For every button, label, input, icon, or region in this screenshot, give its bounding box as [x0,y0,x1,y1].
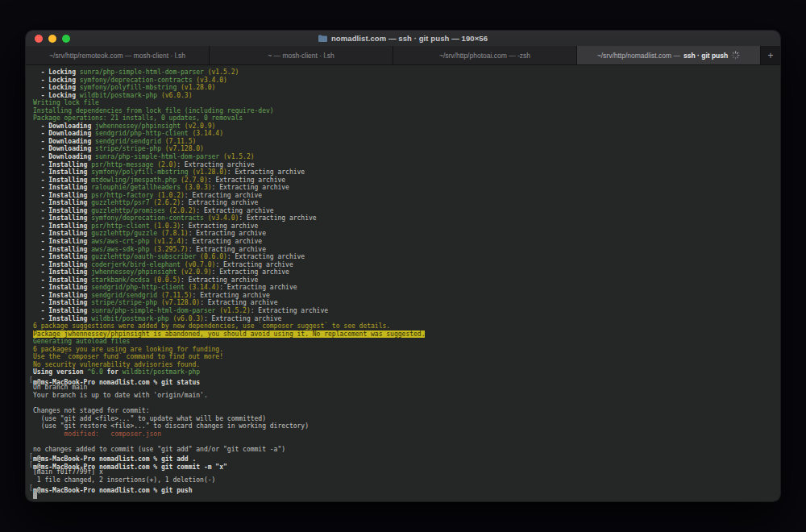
terminal-line: Changes not staged for commit: [33,407,774,415]
tab-mosh-client[interactable]: ~ — mosh-client · l.sh [210,46,393,64]
activity-spinner-icon [731,51,740,60]
terminal-line: - Installing symfony/polyfill-mbstring (… [33,168,774,177]
terminal-line: - Downloading jwhennessey/phpinsight (v2… [33,123,774,131]
terminal-line [33,400,774,408]
terminal-line: Installing dependencies from lock file (… [33,107,774,115]
terminal-output[interactable]: - Locking sunra/php-simple-html-dom-pars… [26,65,780,501]
terminal-line: - Installing aws/aws-sdk-php (3.295.7): … [33,246,774,254]
terminal-line: - Installing guzzlehttp/oauth-subscriber… [33,253,774,261]
terminal-line: - Installing guzzlehttp/guzzle (7.8.1): … [33,230,774,238]
terminal-line: - Installing aws/aws-crt-php (v1.2.4): E… [33,238,774,246]
terminal-line: - Downloading stripe/stripe-php (v7.128.… [33,145,774,153]
tab-label: ~/srv/http/photoai.com — -zsh [439,52,530,60]
terminal-line: - Installing wildbit/postmark-php (v6.0.… [33,315,774,323]
terminal-line: (use "git add <file>..." to update what … [33,415,774,423]
terminal-line: - Installing sendgrid/sendgrid (7.11.5):… [33,292,774,300]
new-tab-button[interactable]: + [761,46,780,64]
terminal-line: [m@ms-MacBook-Pro nomadlist.com % git ad… [33,453,774,461]
terminal-line: No security vulnerability advisories fou… [33,361,774,369]
tab-label-path: ~/srv/http/nomadlist.com — [597,52,680,60]
terminal-line: - Installing psr/http-factory (1.0.2): E… [33,192,774,200]
terminal-line: - Installing sendgrid/php-http-client (3… [33,284,774,292]
tab-photoai[interactable]: ~/srv/http/photoai.com — -zsh [393,46,577,64]
title-bar: nomadlist.com — ssh · git push — 190×56 [26,31,780,46]
tab-bar: ~/srv/http/remoteok.com — mosh-client · … [26,46,780,65]
terminal-window: nomadlist.com — ssh · git push — 190×56 … [26,31,780,501]
terminal-line: - Downloading sunra/php-simple-html-dom-… [33,153,774,161]
terminal-line: Your branch is up to date with 'origin/m… [33,392,774,400]
terminal-line: 6 packages you are using are looking for… [33,346,774,354]
terminal-line: Package jwhennessey/phpinsight is abando… [33,330,774,339]
terminal-line: - Installing guzzlehttp/promises (2.0.2)… [33,207,774,215]
terminal-line: [m@ms-MacBook-Pro nomadlist.com % git st… [33,376,774,384]
terminal-line: - Installing jwhennessey/phpinsight (v2.… [33,268,774,276]
tab-label: ~ — mosh-client · l.sh [268,52,334,60]
terminal-line: [m@ms-MacBook-Pro nomadlist.com % git co… [33,461,774,469]
terminal-line: - Locking symfony/polyfill-mbstring (v1.… [33,84,774,92]
terminal-line: (use "git restore <file>..." to discard … [33,422,774,430]
terminal-line: Writing lock file [33,99,774,107]
terminal-line: - Installing psr/http-message (2.0): Ext… [33,161,774,169]
terminal-line [33,438,774,446]
window-title-text: nomadlist.com — ssh · git push — 190×56 [331,34,488,43]
tab-nomadlist-active[interactable]: ~/srv/http/nomadlist.com — ssh · git pus… [577,46,761,64]
terminal-line: - Installing guzzlehttp/psr7 (2.6.2): Ex… [33,199,774,207]
terminal-line: Use the `composer fund` command to find … [33,353,774,361]
tab-label-command: ssh · git push [683,52,728,60]
terminal-line: 1 file changed, 2 insertions(+), 1 delet… [33,476,774,484]
terminal-line: Package operations: 21 installs, 0 updat… [33,114,774,123]
terminal-line: [m@ms-MacBook-Pro nomadlist.com % git pu… [33,484,774,493]
terminal-line: - Installing symfony/deprecation-contrac… [33,214,774,222]
terminal-line: Generating autoload files [33,338,774,346]
terminal-line: - Locking wildbit/postmark-php (v6.0.3) [33,92,774,100]
terminal-line: 6 package suggestions were added by new … [33,322,774,330]
terminal-line: - Installing starkbank/ecdsa (0.0.5): Ex… [33,276,774,285]
tab-remoteok[interactable]: ~/srv/http/remoteok.com — mosh-client · … [26,46,210,64]
terminal-line: - Locking sunra/php-simple-html-dom-pars… [33,69,774,77]
window-title: nomadlist.com — ssh · git push — 190×56 [26,34,780,43]
tab-label: ~/srv/http/remoteok.com — mosh-client · … [49,52,185,60]
terminal-line: - Locking symfony/deprecation-contracts … [33,77,774,85]
terminal-line: - Installing mtdowling/jmespath.php (2.7… [33,177,774,185]
cursor-block [33,493,37,500]
terminal-line: - Installing coderjerk/bird-elephant (v0… [33,261,774,269]
terminal-line: no changes added to commit (use "git add… [33,446,774,454]
folder-icon [318,35,327,42]
terminal-line: Using version ^6.0 for wildbit/postmark-… [33,368,774,376]
terminal-line: - Installing sunra/php-simple-html-dom-p… [33,307,774,315]
terminal-line: - Downloading sendgrid/php-http-client (… [33,130,774,138]
terminal-line: modified: composer.json [33,430,774,438]
terminal-line: - Installing ralouphie/getallheaders (3.… [33,184,774,192]
terminal-line: - Installing stripe/stripe-php (v7.128.0… [33,299,774,307]
